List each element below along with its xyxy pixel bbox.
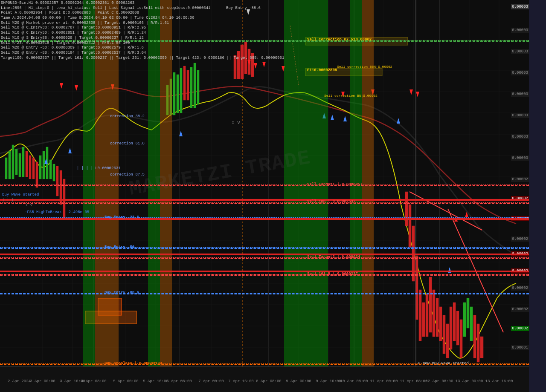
price-label-5: 0.00003 — [511, 92, 529, 97]
svg-rect-67 — [244, 42, 247, 74]
x-label-18: 13 Apr 16:00 — [485, 379, 513, 383]
bg-col-5 — [284, 0, 296, 366]
price-label-15: 0.00002 — [511, 285, 529, 291]
x-label-15: 11 Apr 08:00 — [400, 379, 428, 383]
svg-rect-78 — [433, 290, 435, 337]
svg-rect-59 — [183, 66, 186, 100]
svg-rect-47 — [43, 151, 45, 179]
svg-marker-112 — [397, 118, 400, 124]
svg-rect-56 — [173, 72, 175, 115]
x-label-14: 11 Apr 00:00 — [370, 379, 398, 383]
svg-rect-79 — [436, 298, 439, 337]
svg-rect-53 — [63, 179, 65, 219]
svg-rect-83 — [450, 307, 452, 349]
svg-rect-89 — [470, 307, 473, 341]
price-label-7: 0.00003 — [511, 134, 529, 139]
price-label-8: 0.00003 — [511, 156, 529, 161]
bg-col-2 — [95, 0, 119, 366]
bg-col-4 — [160, 0, 172, 366]
svg-line-35 — [448, 209, 503, 332]
svg-rect-86 — [460, 320, 462, 358]
svg-rect-36 — [5, 158, 7, 179]
price-label-11: 0.00002 — [511, 216, 529, 221]
price-label-10: 0.00002 — [511, 196, 529, 201]
bg-col-7 — [350, 0, 362, 366]
svg-rect-45 — [36, 162, 38, 187]
svg-rect-82 — [446, 324, 449, 358]
svg-rect-91 — [477, 324, 479, 362]
x-label-8: 7 Apr 00:00 — [198, 379, 224, 383]
bg-col-8 — [362, 0, 374, 366]
x-label-16: 12 Apr 08:00 — [426, 379, 453, 383]
svg-rect-71 — [409, 205, 411, 247]
svg-rect-76 — [426, 294, 428, 337]
svg-rect-46 — [39, 156, 41, 179]
x-label-12: 9 Apr 16:00 — [316, 379, 341, 383]
svg-rect-42 — [26, 151, 28, 177]
price-label-13: 0.00002 — [511, 251, 529, 257]
svg-rect-92 — [480, 337, 483, 358]
svg-rect-40 — [19, 153, 21, 177]
svg-marker-111 — [343, 116, 347, 121]
svg-marker-103 — [416, 92, 419, 97]
x-label-11: 9 Apr 00:00 — [286, 379, 311, 383]
x-label-6: 5 Apr 16:00 — [143, 379, 168, 383]
svg-rect-70 — [405, 192, 408, 226]
svg-rect-75 — [422, 303, 425, 337]
svg-rect-60 — [187, 70, 189, 100]
svg-rect-77 — [429, 277, 432, 332]
svg-rect-85 — [456, 311, 459, 345]
svg-marker-113 — [448, 267, 451, 273]
svg-rect-88 — [467, 298, 469, 328]
x-label-7: 6 Apr 08:00 — [166, 379, 192, 383]
price-label-3: 0.00003 — [511, 49, 529, 54]
svg-marker-110 — [331, 115, 334, 120]
x-label-5: 5 Apr 00:00 — [113, 379, 138, 383]
x-label-17: 13 Apr 00:00 — [456, 379, 483, 383]
svg-rect-61 — [190, 67, 192, 108]
svg-rect-90 — [473, 315, 476, 358]
price-label-4: 0.00003 — [511, 70, 529, 75]
svg-rect-58 — [180, 68, 182, 113]
svg-rect-69 — [251, 53, 254, 77]
svg-rect-66 — [241, 45, 244, 79]
svg-marker-94 — [75, 85, 78, 91]
price-label-18: 0.00001 — [511, 345, 529, 350]
svg-marker-98 — [262, 62, 266, 67]
x-label-13: 10 Apr 08:00 — [340, 379, 368, 383]
svg-rect-84 — [453, 303, 456, 341]
price-label-17: 0.00002 — [511, 326, 529, 331]
price-label-1: 0.00003 — [511, 4, 529, 9]
svg-marker-107 — [68, 148, 72, 153]
svg-rect-41 — [22, 147, 24, 177]
svg-rect-87 — [463, 303, 466, 337]
svg-rect-65 — [237, 51, 240, 79]
svg-marker-97 — [254, 63, 257, 69]
x-label-10: 8 Apr 08:00 — [256, 379, 281, 383]
svg-rect-63 — [197, 70, 199, 104]
svg-rect-49 — [49, 160, 52, 179]
price-label-6: 0.00003 — [511, 113, 529, 118]
svg-marker-118 — [247, 9, 250, 15]
svg-rect-50 — [53, 164, 55, 181]
price-label-14: 0.00002 — [511, 268, 529, 274]
svg-marker-93 — [60, 83, 63, 89]
x-label-9: 7 Apr 16:00 — [228, 379, 253, 383]
svg-line-34 — [410, 192, 482, 230]
price-label-16: 0.00002 — [511, 307, 529, 312]
bg-col-1 — [83, 0, 95, 366]
svg-rect-74 — [419, 290, 421, 341]
svg-rect-51 — [56, 166, 58, 196]
svg-rect-81 — [443, 315, 445, 354]
x-axis: 2 Apr 2024 3 Apr 00:00 3 Apr 16:00 4 Apr… — [0, 366, 529, 392]
svg-rect-52 — [60, 170, 62, 205]
svg-rect-80 — [439, 307, 442, 341]
price-label-12: 0.00002 — [511, 236, 529, 242]
bg-col-3 — [148, 0, 160, 366]
svg-rect-62 — [194, 63, 196, 108]
svg-rect-64 — [234, 55, 236, 79]
svg-rect-38 — [12, 145, 14, 179]
price-label-9: 0.00002 — [511, 177, 529, 182]
svg-rect-72 — [412, 226, 415, 281]
svg-rect-44 — [32, 158, 35, 179]
